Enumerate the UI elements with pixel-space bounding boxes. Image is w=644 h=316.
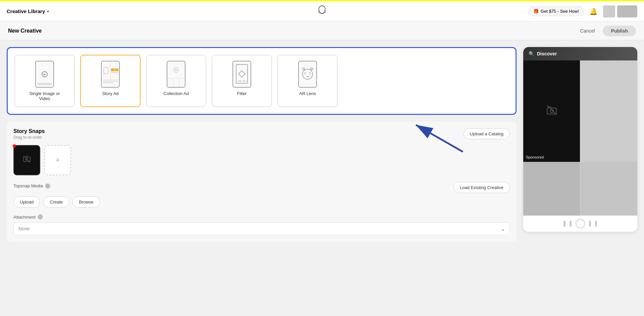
attachment-info-icon: ⓘ xyxy=(38,214,43,220)
story-right: Ad xyxy=(111,61,119,80)
story-ad-label: Story Ad xyxy=(102,91,118,96)
avatar-box-1 xyxy=(603,5,615,17)
ctrl-play-left xyxy=(595,221,597,227)
preview-camera-icon xyxy=(546,104,558,118)
publish-button[interactable]: Publish xyxy=(603,26,636,36)
attachment-label-row: Attachment ⓘ xyxy=(13,214,510,220)
story-snaps-title: Story Snaps xyxy=(13,128,45,134)
col-cell-2 xyxy=(173,79,179,87)
topsnap-label: Topsnap Media xyxy=(13,183,43,188)
topsnap-media-row: Topsnap Media ⓘ Load Existing Creative xyxy=(13,182,510,193)
drag-hint: Drag to re-order xyxy=(13,135,45,140)
collection-top: ▶ xyxy=(167,61,185,79)
collection-ad-icon: ▶ xyxy=(167,61,185,88)
single-ad-label: Single Image orVideo xyxy=(29,91,60,101)
page-title: New Creative xyxy=(8,28,42,34)
ar-face xyxy=(302,69,313,80)
topsnap-action-buttons: Upload Create Browse xyxy=(13,196,510,208)
collection-ad-label: Collection Ad xyxy=(163,91,189,96)
ad-type-ar-lens[interactable]: AR Lens xyxy=(277,55,338,107)
ar-lens-icon xyxy=(298,61,317,88)
snap-card-1[interactable] xyxy=(13,145,40,175)
app-name: Creative Library xyxy=(7,8,45,14)
ar-mouth xyxy=(306,76,310,77)
cancel-button[interactable]: Cancel xyxy=(576,26,599,36)
avatar-box-2 xyxy=(617,5,637,17)
story-line-2 xyxy=(103,82,113,83)
avatar-area xyxy=(603,5,637,17)
create-button[interactable]: Create xyxy=(43,196,69,208)
preview-search-icon: 🔍 xyxy=(529,51,534,56)
preview-cell-1: Sponsored xyxy=(523,60,580,162)
ad-types-grid: ▶ Single Image orVideo xyxy=(14,55,509,107)
ar-eye-left xyxy=(304,72,306,74)
snap-card-red-dot xyxy=(13,144,16,148)
upload-button[interactable]: Upload xyxy=(13,196,40,208)
snapchat-logo-icon xyxy=(317,7,327,17)
promo-button[interactable]: 🎁 Get $75 - See How! xyxy=(528,6,584,16)
phone-preview: 🔍 Discover Sponsored xyxy=(523,47,637,232)
preview-discover-text: Discover xyxy=(537,51,557,56)
preview-grid-bottom xyxy=(523,162,637,216)
filter-ad-icon xyxy=(232,61,251,88)
attachment-section: Attachment ⓘ None xyxy=(13,214,510,235)
ctrl-pause-right xyxy=(570,221,572,227)
snap-cards-row: + xyxy=(13,145,510,175)
ctrl-play-right xyxy=(589,221,591,227)
story-ad-icon: Ad xyxy=(101,61,120,88)
topbar-center xyxy=(317,5,327,18)
story-snaps-section: Story Snaps Drag to re-order Uploa xyxy=(7,122,517,242)
preview-cell-4 xyxy=(581,162,637,216)
bell-icon[interactable]: 🔔 xyxy=(589,7,598,15)
arrow-area: Upload a Catalog xyxy=(464,128,510,139)
topbar-left: Creative Library ▾ xyxy=(7,8,49,14)
play-icon-col: ▶ xyxy=(173,67,179,73)
topsnap-label-row: Topsnap Media ⓘ xyxy=(13,183,50,189)
preview-discover-bar: 🔍 Discover xyxy=(523,47,637,60)
topsnap-info-icon: ⓘ xyxy=(45,183,50,189)
ad-type-selector: ▶ Single Image orVideo xyxy=(7,47,517,115)
topbar-right: 🎁 Get $75 - See How! 🔔 xyxy=(528,5,637,17)
form-section: Topsnap Media ⓘ Load Existing Creative U… xyxy=(13,182,510,235)
plus-icon: + xyxy=(56,156,60,165)
preview-controls xyxy=(523,216,637,232)
story-snaps-header: Story Snaps Drag to re-order Uploa xyxy=(13,128,510,140)
subheader: New Creative Cancel Publish xyxy=(0,21,644,40)
bottom-bar xyxy=(37,83,52,85)
preview-grid-top: Sponsored xyxy=(523,60,637,162)
story-top: Ad xyxy=(102,61,119,80)
topbar: Creative Library ▾ 🎁 Get $75 - See How! … xyxy=(0,1,644,21)
play-icon: ▶ xyxy=(42,71,48,77)
ad-type-story[interactable]: Ad Story Ad xyxy=(80,55,141,107)
story-line-1 xyxy=(103,81,118,82)
preview-cell-3 xyxy=(523,162,580,216)
ad-type-filter[interactable]: Filter xyxy=(212,55,272,107)
preview-cell-2 xyxy=(581,60,637,162)
attachment-select[interactable]: None xyxy=(13,222,510,235)
ad-type-collection[interactable]: ▶ Collection Ad xyxy=(146,55,206,107)
attachment-label: Attachment xyxy=(13,215,36,220)
ar-eye-right xyxy=(309,72,311,74)
single-ad-icon: ▶ xyxy=(35,61,54,88)
ar-ear-left xyxy=(302,67,305,70)
right-panel: 🔍 Discover Sponsored xyxy=(523,47,637,242)
promo-text: Get $75 - See How! xyxy=(541,9,579,14)
ctrl-circle xyxy=(576,219,585,228)
ad-type-single[interactable]: ▶ Single Image orVideo xyxy=(14,55,75,107)
load-existing-creative-button[interactable]: Load Existing Creative xyxy=(453,182,510,193)
col-cell-3 xyxy=(179,79,185,87)
attachment-select-wrapper: None xyxy=(13,222,510,235)
upload-catalog-button[interactable]: Upload a Catalog xyxy=(464,128,510,139)
story-bottom xyxy=(102,80,119,87)
gift-icon: 🎁 xyxy=(533,9,539,14)
ctrl-pause-left xyxy=(564,221,566,227)
sponsored-label: Sponsored xyxy=(526,155,544,159)
main-content: ▶ Single Image orVideo xyxy=(0,40,644,249)
subheader-actions: Cancel Publish xyxy=(576,26,636,36)
col-cell-1 xyxy=(167,79,173,87)
collection-bottom xyxy=(167,79,185,87)
story-left xyxy=(102,61,111,80)
chevron-icon: ▾ xyxy=(47,9,49,14)
browse-button[interactable]: Browse xyxy=(72,196,100,208)
snap-add-card[interactable]: + xyxy=(44,145,71,175)
